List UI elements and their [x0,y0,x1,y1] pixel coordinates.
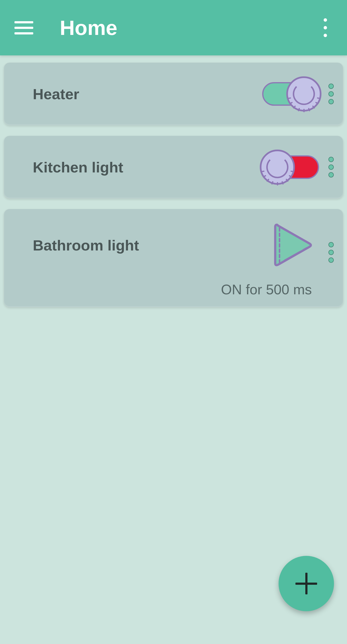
device-card: Kitchen light [4,136,343,198]
device-caption: ON for 500 ms [33,281,336,307]
menu-icon[interactable] [15,18,33,37]
device-toggle[interactable] [262,152,319,182]
device-overflow-icon[interactable] [326,239,336,266]
device-toggle[interactable] [262,79,319,109]
device-label: Heater [33,86,262,102]
app-bar: Home [0,0,347,56]
overflow-icon[interactable] [318,16,332,40]
device-overflow-icon[interactable] [326,81,336,107]
device-label: Bathroom light [33,237,266,254]
device-list: Heater [0,56,347,307]
add-button[interactable] [278,556,334,611]
device-overflow-icon[interactable] [326,154,336,180]
device-label: Kitchen light [33,159,262,176]
device-card: Bathroom light [4,209,343,307]
play-icon[interactable] [266,220,314,270]
page-title: Home [60,16,318,40]
device-card: Heater [4,62,343,125]
